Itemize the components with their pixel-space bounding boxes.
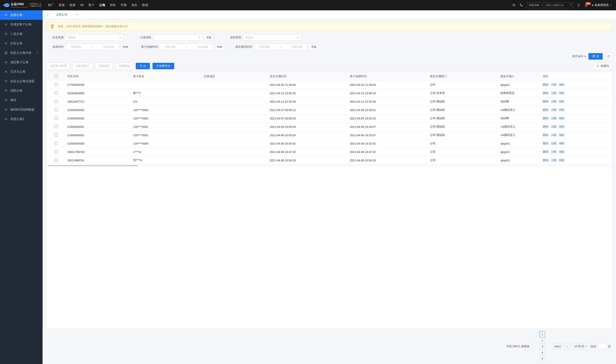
- sidebar-item-10[interactable]: 测试昨日回库数据: [0, 105, 43, 115]
- expand-filters-button[interactable]: 展开条件: [572, 54, 586, 58]
- last-page-button[interactable]: 6882: [553, 343, 562, 349]
- claim-link[interactable]: 领取: [559, 108, 565, 111]
- nav-item-数据[interactable]: 数据: [142, 2, 148, 8]
- horizontal-scrollbar[interactable]: [47, 165, 612, 167]
- row-checkbox[interactable]: [55, 100, 58, 103]
- claim-link[interactable]: 领取: [559, 83, 565, 86]
- last-call-range[interactable]: 开始日期~结束日期: [254, 44, 308, 50]
- abandon-time-range[interactable]: 开始日期~结束日期: [65, 44, 119, 50]
- delete-link[interactable]: 删除: [543, 100, 549, 103]
- next-page-button[interactable]: ›: [564, 343, 570, 349]
- assign-link[interactable]: 分配: [551, 158, 557, 162]
- assign-link[interactable]: 分配: [551, 91, 557, 95]
- add-user-icon[interactable]: [512, 3, 516, 7]
- assign-link[interactable]: 分配: [551, 125, 557, 128]
- sidebar-item-0[interactable]: 全部公海: [0, 10, 43, 20]
- search-icon[interactable]: [570, 3, 573, 6]
- query-button[interactable]: 查 询: [589, 53, 603, 60]
- export-plain-button[interactable]: 不加密导出: [153, 63, 174, 69]
- delete-link[interactable]: 删除: [543, 108, 549, 111]
- batch-delete-button[interactable]: 批量删除: [116, 63, 133, 69]
- nav-item-IM[interactable]: IM: [80, 2, 84, 8]
- tab-all-public-sea[interactable]: 全部公海: [52, 10, 72, 19]
- tab-menu-icon[interactable]: [44, 10, 52, 19]
- row-checkbox[interactable]: [55, 158, 58, 162]
- claim-link[interactable]: 领取: [559, 91, 565, 95]
- row-checkbox[interactable]: [55, 125, 58, 128]
- search-input[interactable]: 请输入搜索内容: [544, 2, 574, 8]
- page-button[interactable]: 5: [539, 355, 545, 361]
- sidebar-item-3[interactable]: 注安公海: [0, 39, 43, 48]
- user-menu[interactable]: 机构管理员: [592, 3, 612, 7]
- phone-icon[interactable]: [519, 3, 524, 7]
- row-checkbox[interactable]: [55, 108, 58, 111]
- sidebar-item-8[interactable]: 消防公海: [0, 86, 43, 95]
- row-checkbox[interactable]: [55, 83, 58, 86]
- assign-link[interactable]: 分配: [551, 100, 557, 103]
- page-size-select[interactable]: 10 条/页: [572, 343, 589, 349]
- claim-link[interactable]: 领取: [559, 133, 565, 137]
- assign-link[interactable]: 分配: [551, 150, 557, 153]
- add-tab-button[interactable]: ＋: [72, 12, 82, 17]
- set-columns-button[interactable]: 设置列: [593, 63, 612, 69]
- sidebar-item-9[interactable]: 测试: [0, 95, 43, 105]
- row-checkbox[interactable]: [55, 150, 58, 153]
- claim-link[interactable]: 领取: [559, 125, 565, 128]
- assign-link[interactable]: 分配: [551, 117, 557, 120]
- page-button[interactable]: 3: [539, 343, 545, 349]
- mobile-icon[interactable]: [577, 3, 581, 7]
- page-button[interactable]: 4: [539, 349, 545, 355]
- nav-item-客服[interactable]: 客服: [59, 2, 65, 8]
- nav-item-学服[interactable]: 学服: [121, 2, 127, 8]
- nav-item-线索[interactable]: 线索: [69, 2, 76, 8]
- select-all-checkbox[interactable]: [55, 75, 58, 78]
- last-call-null-button[interactable]: 空值: [309, 44, 318, 50]
- nav-item-公海[interactable]: 公海: [99, 2, 105, 8]
- abandon-time-null-button[interactable]: 空值: [121, 44, 130, 50]
- delete-link[interactable]: 删除: [543, 150, 549, 153]
- delete-link[interactable]: 删除: [543, 91, 549, 95]
- abandon-type-select[interactable]: 请选择: [243, 34, 301, 41]
- search-type-select[interactable]: 手机号码: [527, 2, 544, 8]
- assign-link[interactable]: 分配: [551, 108, 557, 111]
- row-checkbox[interactable]: [55, 91, 58, 94]
- page-button[interactable]: 2: [539, 337, 545, 343]
- friend-source-select[interactable]: 请选择: [65, 34, 123, 41]
- assign-manager-button[interactable]: 分配客户经理: [46, 63, 70, 69]
- prev-page-button[interactable]: ‹: [532, 343, 537, 349]
- row-checkbox[interactable]: [55, 117, 58, 120]
- claim-link[interactable]: 领取: [559, 117, 565, 120]
- nav-item-财务[interactable]: 财务: [110, 2, 116, 8]
- sidebar-item-5[interactable]: 成交客户公海: [0, 58, 43, 67]
- sidebar-item-7[interactable]: 自定义公海过滤器: [0, 77, 43, 86]
- sidebar-item-1[interactable]: 非成交客户公海: [0, 20, 43, 29]
- export-button[interactable]: 导 出: [136, 63, 150, 69]
- delete-link[interactable]: 删除: [543, 83, 549, 86]
- claim-link[interactable]: 领取: [559, 142, 565, 145]
- assign-link[interactable]: 分配: [551, 133, 557, 137]
- page-button[interactable]: 1: [539, 331, 545, 337]
- delete-link[interactable]: 删除: [543, 117, 549, 120]
- sidebar-item-6[interactable]: 五月天公海: [0, 67, 43, 77]
- nav-item-客户[interactable]: 客户: [88, 2, 94, 8]
- nav-item-推广[interactable]: 推广: [48, 2, 54, 8]
- row-checkbox[interactable]: [55, 133, 58, 136]
- notifications-icon[interactable]: 99+: [584, 3, 589, 7]
- sidebar-item-4[interactable]: 自定义公海分组: [0, 48, 43, 58]
- claim-link[interactable]: 领取: [559, 158, 565, 162]
- batch-claim-button[interactable]: 批量领取: [95, 63, 113, 69]
- region-select[interactable]: [153, 34, 203, 41]
- delete-link[interactable]: 删除: [543, 158, 549, 162]
- region-null-button[interactable]: 空值: [204, 34, 213, 41]
- claim-link[interactable]: 领取: [559, 100, 565, 103]
- claim-link[interactable]: 领取: [559, 150, 565, 153]
- assign-dept-button[interactable]: 分配到部门: [72, 63, 93, 69]
- page-jump-input[interactable]: [598, 344, 606, 349]
- delete-link[interactable]: 删除: [543, 133, 549, 137]
- create-time-null-button[interactable]: 空值: [215, 44, 224, 50]
- delete-link[interactable]: 删除: [543, 125, 549, 128]
- refresh-button[interactable]: [605, 53, 612, 60]
- assign-link[interactable]: 分配: [551, 83, 557, 86]
- delete-link[interactable]: 删除: [543, 142, 549, 145]
- row-checkbox[interactable]: [55, 142, 58, 145]
